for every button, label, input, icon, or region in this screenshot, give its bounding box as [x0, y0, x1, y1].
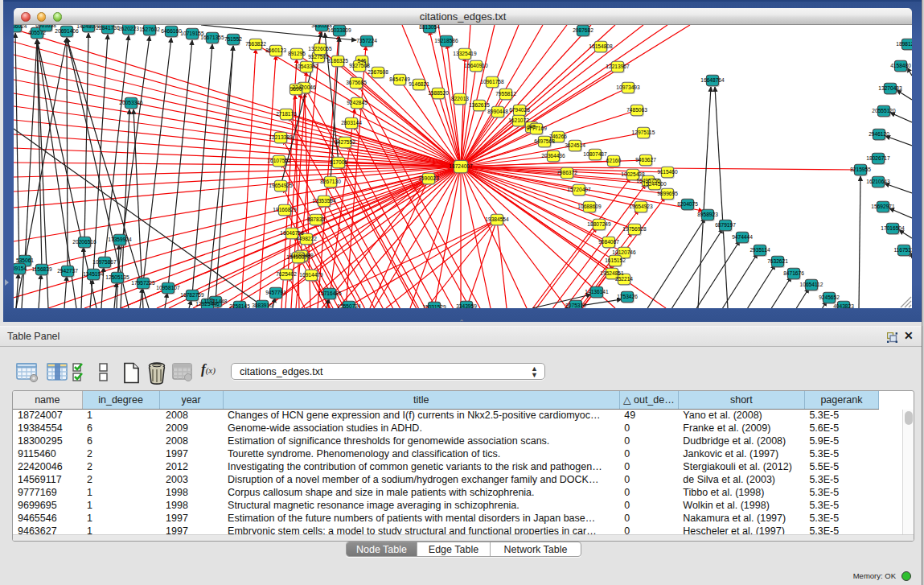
svg-text:8990448: 8990448 — [487, 109, 508, 114]
svg-text:19654923: 19654923 — [629, 204, 653, 209]
svg-text:7357224: 7357224 — [356, 38, 377, 43]
svg-text:1590023: 1590023 — [418, 175, 439, 181]
svg-text:9890: 9890 — [290, 86, 302, 92]
svg-text:7632621: 7632621 — [767, 258, 788, 264]
svg-text:19384554: 19384554 — [485, 216, 509, 222]
svg-text:12505135: 12505135 — [105, 274, 129, 280]
svg-text:10025438: 10025438 — [621, 171, 645, 177]
svg-text:20053346: 20053346 — [119, 100, 143, 105]
svg-text:2620223: 2620223 — [118, 26, 139, 31]
svg-text:18807249: 18807249 — [587, 221, 611, 227]
svg-text:13270483: 13270483 — [878, 85, 902, 91]
svg-text:19166829: 19166829 — [273, 207, 297, 212]
svg-text:3624514: 3624514 — [565, 142, 585, 148]
svg-text:7625402: 7625402 — [276, 271, 297, 277]
svg-text:891295: 891295 — [288, 51, 306, 56]
svg-text:16671355: 16671355 — [200, 35, 224, 40]
svg-text:8204075: 8204075 — [677, 201, 698, 207]
svg-text:3343959: 3343959 — [456, 303, 477, 308]
svg-text:15640910: 15640910 — [464, 63, 488, 68]
svg-text:9463627: 9463627 — [635, 157, 656, 163]
svg-text:11866024: 11866024 — [14, 25, 27, 29]
svg-text:17359924: 17359924 — [108, 237, 132, 242]
svg-text:9327505: 9327505 — [308, 54, 329, 60]
svg-text:8813054: 8813054 — [419, 25, 440, 30]
svg-text:13325419: 13325419 — [453, 51, 477, 56]
svg-text:1156839: 1156839 — [31, 266, 52, 272]
svg-text:19654925: 19654925 — [269, 183, 293, 188]
svg-text:2942737: 2942737 — [57, 268, 78, 274]
svg-text:8958923: 8958923 — [697, 212, 718, 217]
svg-text:8215955: 8215955 — [850, 167, 871, 172]
svg-text:22841736: 22841736 — [96, 25, 120, 31]
svg-text:10654112: 10654112 — [800, 282, 823, 287]
svg-text:10973493: 10973493 — [616, 84, 640, 90]
svg-text:15244500: 15244500 — [643, 181, 667, 187]
svg-text:9115460: 9115460 — [657, 169, 678, 175]
svg-text:19218586: 19218586 — [434, 38, 458, 43]
svg-text:9245652: 9245652 — [819, 295, 840, 300]
svg-text:19756928: 19756928 — [622, 226, 647, 232]
svg-text:9457791: 9457791 — [265, 290, 286, 295]
svg-text:12213967: 12213967 — [606, 64, 630, 69]
svg-text:16648764: 16648764 — [700, 77, 725, 83]
svg-text:3883910: 3883910 — [252, 303, 273, 308]
svg-text:14136141: 14136141 — [585, 289, 609, 295]
svg-text:2087682: 2087682 — [573, 27, 593, 33]
svg-text:9777169: 9777169 — [526, 126, 547, 131]
svg-text:10543342: 10543342 — [294, 64, 318, 69]
svg-text:9084067: 9084067 — [598, 239, 619, 245]
svg-text:7485063: 7485063 — [626, 107, 647, 113]
svg-text:8660123: 8660123 — [265, 47, 286, 53]
svg-text:8267130: 8267130 — [320, 179, 341, 184]
svg-text:9474444: 9474444 — [732, 234, 753, 240]
svg-text:19524851: 19524851 — [600, 270, 624, 276]
svg-text:10958107: 10958107 — [156, 285, 180, 290]
svg-text:9327508: 9327508 — [349, 63, 370, 68]
svg-text:15031529: 15031529 — [422, 304, 446, 308]
svg-text:535061: 535061 — [16, 257, 34, 263]
svg-text:6497568: 6497568 — [534, 138, 555, 144]
svg-text:1621072: 1621072 — [508, 117, 529, 123]
svg-text:16210643: 16210643 — [866, 179, 890, 184]
svg-text:16154808: 16154808 — [589, 43, 613, 49]
svg-text:16046756: 16046756 — [280, 230, 304, 236]
svg-text:18026717: 18026717 — [866, 155, 890, 161]
svg-text:12353594: 12353594 — [312, 198, 336, 204]
svg-text:12923446: 12923446 — [195, 301, 220, 307]
svg-text:10961758: 10961758 — [480, 79, 504, 84]
svg-text:8471676: 8471676 — [783, 270, 804, 276]
svg-text:6794028: 6794028 — [509, 107, 530, 113]
svg-text:405572: 405572 — [28, 30, 46, 35]
svg-text:6061658: 6061658 — [35, 25, 56, 28]
svg-text:17957225: 17957225 — [131, 280, 155, 286]
svg-text:317006: 317006 — [330, 159, 347, 165]
svg-text:1615152: 1615152 — [605, 257, 626, 263]
svg-text:39154: 39154 — [14, 266, 27, 271]
svg-text:20555120: 20555120 — [872, 108, 896, 113]
svg-text:8186325: 8186325 — [327, 58, 348, 64]
svg-text:13226055: 13226055 — [308, 46, 332, 51]
svg-text:16033809: 16033809 — [327, 27, 351, 33]
svg-text:9146821: 9146821 — [409, 81, 429, 87]
svg-text:20691406: 20691406 — [55, 28, 79, 34]
svg-text:20364436: 20364436 — [541, 153, 565, 159]
svg-text:18724007: 18724007 — [449, 163, 473, 169]
svg-text:4043823: 4043823 — [833, 303, 854, 308]
svg-text:9075310: 9075310 — [565, 303, 586, 308]
svg-text:8427552: 8427552 — [335, 139, 355, 145]
svg-text:1167533: 1167533 — [893, 247, 912, 253]
svg-text:7955812: 7955812 — [495, 91, 516, 97]
svg-text:751552: 751552 — [224, 36, 242, 42]
svg-text:252214: 252214 — [615, 276, 633, 282]
svg-text:4498222: 4498222 — [296, 236, 317, 241]
svg-text:1753426: 1753426 — [617, 294, 638, 299]
svg-text:2803144: 2803144 — [341, 120, 362, 126]
svg-text:1588520: 1588520 — [428, 90, 449, 96]
svg-text:2718176: 2718176 — [276, 111, 297, 117]
svg-text:9899695: 9899695 — [657, 191, 678, 196]
svg-text:7563822: 7563822 — [245, 41, 266, 47]
svg-text:6466160: 6466160 — [161, 28, 182, 34]
svg-text:12975115: 12975115 — [632, 130, 655, 135]
svg-text:10120746: 10120746 — [612, 249, 636, 255]
